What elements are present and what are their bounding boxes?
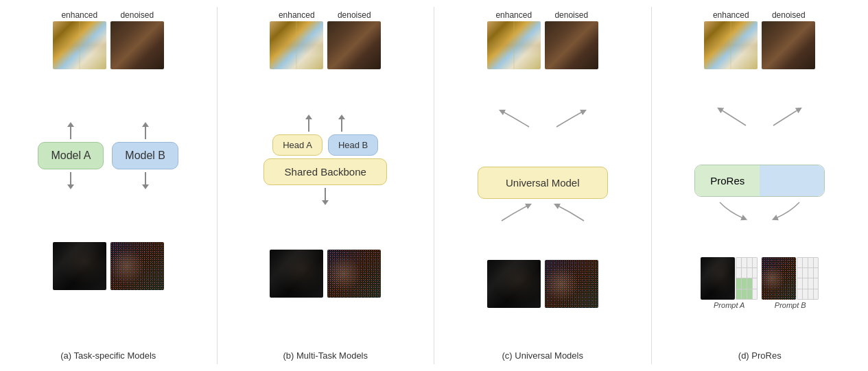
section-d-noisy-b — [762, 257, 796, 300]
section-b-dark-img — [270, 250, 323, 298]
section-b-caption: (b) Multi-Task Models — [283, 350, 368, 361]
section-b-enhanced-col: enhanced — [270, 10, 323, 69]
section-c-enhanced-col: enhanced — [487, 10, 541, 69]
section-c-top-images: enhanced denoised — [487, 10, 598, 69]
section-d-caption: (d) ProRes — [738, 350, 782, 361]
section-d-denoised-col: denoised — [762, 10, 815, 69]
section-b-middle: Head A Head B Shared Backbone — [263, 118, 387, 202]
section-c-enhanced-label: enhanced — [495, 10, 532, 20]
section-b-top-images: enhanced denoised — [270, 10, 381, 69]
section-d-enhanced-img — [704, 21, 758, 69]
section-d-prompt-a-img — [736, 257, 758, 300]
section-d-prompt-b-col: Prompt B — [762, 257, 819, 309]
section-d-bottom-arrows — [691, 200, 828, 220]
section-b-arrow-up-b — [341, 118, 342, 132]
section-c-denoised-label: denoised — [554, 10, 588, 20]
section-a-dark-img — [53, 242, 106, 290]
section-a-denoised-img — [110, 21, 164, 69]
section-a-denoised-label: denoised — [120, 10, 154, 20]
section-b: enhanced denoised — [218, 7, 435, 364]
section-a-model-b: Model B — [112, 142, 178, 169]
section-d-prompt-b-label: Prompt B — [775, 301, 806, 309]
section-b-bottom-images — [270, 250, 381, 298]
section-a-arrow-up-b — [145, 125, 146, 139]
section-a-arrow-down-b — [145, 172, 146, 186]
section-a-dark-col — [53, 242, 106, 290]
section-a-noisy-col — [110, 242, 164, 290]
section-c-denoised-img — [545, 21, 598, 69]
section-d-middle: ProRes — [691, 165, 828, 220]
section-d-prompt-a-col: Prompt A — [701, 257, 758, 309]
section-d-denoised-img — [762, 21, 815, 69]
section-a-denoised-col: denoised — [110, 10, 164, 69]
section-a-model-a: Model A — [38, 142, 104, 169]
section-b-enhanced-img — [270, 21, 323, 69]
section-a-model-b-col: Model B — [112, 125, 178, 186]
section-d-dark-a — [701, 257, 735, 300]
section-c-bottom — [487, 260, 598, 308]
section-c-denoised-col: denoised — [545, 10, 598, 69]
section-b-denoised-label: denoised — [338, 10, 371, 20]
section-b-top: enhanced denoised — [270, 10, 381, 69]
section-a-arrow-up-a — [70, 125, 71, 139]
section-a-noisy-img — [110, 242, 164, 290]
section-c-model: Universal Model — [478, 167, 608, 199]
section-b-backbone: Shared Backbone — [263, 158, 387, 185]
section-d-enhanced-label: enhanced — [713, 10, 749, 20]
section-d-prompt-a-label: Prompt A — [714, 301, 744, 309]
section-b-heads: Head A Head B — [272, 134, 378, 156]
section-c: enhanced denoised — [434, 7, 652, 364]
section-b-arrow-up-a — [308, 118, 309, 132]
section-a-middle: Model A Model B — [38, 125, 178, 186]
section-d-top-images: enhanced denoised — [704, 10, 815, 69]
section-c-noisy-img — [545, 260, 598, 308]
section-b-denoised-col: denoised — [327, 10, 381, 69]
section-b-dark-col — [270, 250, 323, 298]
section-b-head-a: Head A — [272, 134, 322, 156]
section-a-caption: (a) Task-specific Models — [60, 350, 156, 361]
section-a-top-images: enhanced denoised — [53, 10, 164, 69]
section-c-dark-img — [487, 260, 541, 308]
section-a-bottom-images — [53, 242, 164, 290]
section-a-arrow-down-a — [70, 172, 71, 186]
section-c-caption: (c) Universal Models — [502, 350, 583, 361]
section-d-top-arrows — [691, 106, 828, 127]
section-a-enhanced-img — [53, 21, 106, 69]
section-c-bottom-images — [487, 260, 598, 308]
section-b-noisy-col — [327, 250, 381, 298]
section-a-enhanced-label: enhanced — [61, 10, 97, 20]
section-b-arrow-down — [325, 188, 326, 202]
section-d-bottom-images: Prompt A — [701, 257, 819, 309]
section-d-prores-label: ProRes — [695, 165, 760, 196]
section-c-dark-col — [487, 260, 541, 308]
section-d-bottom: Prompt A — [701, 257, 819, 309]
section-d-prompt-b-img — [797, 257, 819, 300]
section-c-top-arrows — [474, 108, 611, 128]
section-a-enhanced-col: enhanced — [53, 10, 106, 69]
section-b-head-b: Head B — [328, 134, 378, 156]
section-b-noisy-img — [327, 250, 381, 298]
section-a-bottom — [53, 242, 164, 290]
section-a-model-a-col: Model A — [38, 125, 104, 186]
section-d: enhanced denoised — [652, 7, 869, 364]
section-d-prores-box: ProRes — [694, 165, 825, 197]
section-c-bottom-arrows — [474, 202, 611, 222]
section-d-prores-blue — [760, 165, 824, 196]
section-d-denoised-label: denoised — [772, 10, 806, 20]
section-d-enhanced-col: enhanced — [704, 10, 758, 69]
main-container: enhanced denoised Model A — [0, 0, 868, 371]
section-b-enhanced-label: enhanced — [279, 10, 315, 20]
section-d-top: enhanced denoised — [704, 10, 815, 69]
section-c-top: enhanced denoised — [487, 10, 598, 69]
section-b-denoised-img — [327, 21, 381, 69]
section-c-enhanced-img — [487, 21, 541, 69]
section-a: enhanced denoised Model A — [0, 7, 218, 364]
section-c-middle: Universal Model — [474, 167, 611, 222]
section-a-top: enhanced denoised — [53, 10, 164, 69]
section-b-bottom — [270, 250, 381, 298]
section-c-noisy-col — [545, 260, 598, 308]
